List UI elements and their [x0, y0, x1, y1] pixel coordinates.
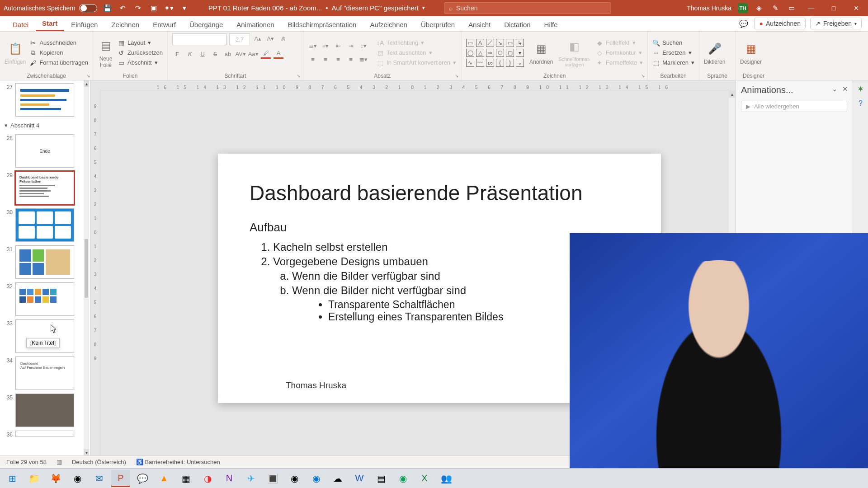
underline-button[interactable]: U: [198, 49, 208, 59]
copy-button[interactable]: ⧉Kopieren: [29, 49, 88, 56]
shape-fill-button[interactable]: ◆Fülleffekt ▾: [596, 39, 643, 47]
app-icon-2[interactable]: ▦: [176, 470, 195, 487]
record-button[interactable]: ●Aufzeichnen: [754, 18, 806, 29]
play-all-button[interactable]: ▶ Alle wiedergeben: [741, 101, 847, 112]
powerpoint-icon[interactable]: P: [111, 470, 130, 487]
tab-start[interactable]: Start: [36, 17, 64, 31]
thumb-30[interactable]: [15, 208, 74, 242]
layout-glyph-icon[interactable]: ▥: [57, 459, 62, 465]
shape-arrow-icon[interactable]: ↘: [496, 39, 504, 47]
shapes-expand-icon[interactable]: ⌄: [516, 59, 524, 67]
shape-rect2-icon[interactable]: ▭: [506, 39, 514, 47]
paste-button[interactable]: 📋 Einfügen: [5, 41, 26, 65]
minimize-button[interactable]: —: [803, 2, 819, 14]
start-button[interactable]: ⊞: [3, 470, 22, 487]
columns-button[interactable]: ≣▾: [359, 55, 368, 65]
vertical-ruler[interactable]: 9876543210123456789: [90, 90, 100, 455]
thumbs-scrollbar[interactable]: ▴ ▾: [84, 80, 89, 455]
reset-button[interactable]: ↺Zurücksetzen: [118, 49, 163, 56]
section-button[interactable]: ▭Abschnitt ▾: [118, 59, 163, 66]
tab-file[interactable]: Datei: [6, 18, 35, 31]
thumb-28[interactable]: Ende: [15, 134, 74, 168]
numbering-button[interactable]: ≡▾: [321, 41, 330, 51]
autosave-toggle[interactable]: [79, 4, 97, 12]
shape-hex-icon[interactable]: ⬡: [496, 49, 504, 57]
ribbon-display-icon[interactable]: ✎: [770, 3, 780, 13]
text-direction-button[interactable]: ↕ATextrichtung ▾: [377, 39, 456, 47]
window-layout-icon[interactable]: ▭: [787, 3, 797, 13]
editor-scroll-up-icon[interactable]: ▴: [729, 90, 735, 98]
from-beginning-icon[interactable]: ▣: [149, 3, 159, 13]
strike-button[interactable]: S̶: [210, 49, 220, 59]
quickaccess-more-icon[interactable]: ▾: [179, 3, 189, 13]
app-icon-6[interactable]: ☁: [328, 470, 347, 487]
telegram-icon[interactable]: ✈: [241, 470, 260, 487]
indent-button[interactable]: ⇥: [346, 41, 356, 51]
shape-brace2-icon[interactable]: }: [506, 59, 514, 67]
tab-animations[interactable]: Animationen: [230, 18, 280, 31]
font-name-input[interactable]: [172, 33, 226, 45]
tab-dictation[interactable]: Dictation: [498, 18, 537, 31]
pane-collapse-icon[interactable]: ⌄: [832, 85, 838, 93]
drawing-launcher-icon[interactable]: ↘: [641, 73, 645, 78]
new-slide-button[interactable]: ▤ Neue Folie: [98, 38, 114, 68]
coming-soon-icon[interactable]: ◈: [754, 3, 764, 13]
paragraph-launcher-icon[interactable]: ↘: [455, 73, 458, 78]
quickstyles-button[interactable]: ◧ Schnellformat- vorlagen: [558, 38, 590, 67]
thumb-27[interactable]: [15, 83, 74, 117]
font-size-input[interactable]: 2,7: [229, 33, 250, 45]
share-button[interactable]: ↗Freigeben▾: [810, 18, 862, 29]
tab-record[interactable]: Aufzeichnen: [363, 18, 414, 31]
scroll-up-icon[interactable]: ▴: [84, 80, 89, 87]
redo-icon[interactable]: ↷: [133, 3, 143, 13]
line-spacing-button[interactable]: ↕▾: [359, 41, 368, 51]
language-label[interactable]: Deutsch (Österreich): [72, 459, 126, 465]
designer-button[interactable]: ▦ Designer: [740, 41, 762, 65]
slide-title[interactable]: Dashboard basierende Präsentation: [250, 181, 629, 205]
shape-curve-icon[interactable]: ∿: [466, 59, 474, 67]
excel-icon[interactable]: X: [415, 470, 434, 487]
help-pane-icon[interactable]: ?: [859, 99, 863, 108]
decrease-font-icon[interactable]: A▾: [265, 33, 275, 43]
case-button[interactable]: Aa▾: [248, 49, 258, 59]
undo-icon[interactable]: ↶: [118, 3, 128, 13]
format-painter-button[interactable]: 🖌Format übertragen: [29, 59, 88, 66]
app-icon-1[interactable]: 💬: [133, 470, 152, 487]
shape-line-icon[interactable]: ／: [486, 39, 494, 47]
align-right-button[interactable]: ≡: [333, 55, 343, 65]
tab-slideshow[interactable]: Bildschirmpräsentation: [282, 18, 363, 31]
layout-button[interactable]: ▦Layout ▾: [118, 39, 163, 47]
spacing-button[interactable]: AV▾: [236, 49, 245, 59]
tab-design[interactable]: Entwurf: [146, 18, 182, 31]
word-icon[interactable]: W: [350, 470, 369, 487]
app-icon-3[interactable]: ◑: [198, 470, 217, 487]
scroll-down-icon[interactable]: ▾: [84, 449, 89, 455]
thumb-34[interactable]: DashboardAuf Fenchner Bauernregeln: [15, 357, 74, 390]
dictate-button[interactable]: 🎤 Diktieren: [704, 41, 725, 65]
increase-font-icon[interactable]: A▴: [253, 33, 263, 43]
app-icon-5[interactable]: ◉: [307, 470, 326, 487]
horizontal-ruler[interactable]: 16 15 14 13 12 11 10 9 8 7 6 5 4 3 2 1 0…: [100, 80, 729, 90]
shape-free-icon[interactable]: 〰: [476, 59, 484, 67]
save-icon[interactable]: 💾: [103, 3, 113, 13]
thumb-29[interactable]: Dashboard basierende Präsentation: [15, 171, 74, 205]
shape-brace-icon[interactable]: {: [496, 59, 504, 67]
onenote-icon[interactable]: N: [220, 470, 239, 487]
search-box[interactable]: ⌕ Suchen: [444, 2, 611, 14]
slide-counter[interactable]: Folie 29 von 58: [6, 459, 47, 465]
user-avatar[interactable]: TH: [738, 3, 748, 13]
font-launcher-icon[interactable]: ↘: [297, 73, 300, 78]
highlight-color-button[interactable]: 🖊: [261, 49, 271, 59]
thumb-35[interactable]: [15, 394, 74, 427]
find-button[interactable]: 🔍Suchen: [652, 39, 694, 47]
shadow-button[interactable]: ab: [223, 49, 233, 59]
clipboard-launcher-icon[interactable]: ↘: [86, 73, 90, 78]
touch-mode-icon[interactable]: ✦▾: [164, 3, 174, 13]
shape-effects-button[interactable]: ✦Formeffekte ▾: [596, 59, 643, 66]
arrange-button[interactable]: ▦ Anordnen: [529, 41, 553, 65]
justify-button[interactable]: ≡: [346, 55, 356, 65]
teams-icon[interactable]: 👥: [437, 470, 456, 487]
slide-subhead[interactable]: Aufbau: [250, 221, 629, 235]
font-color-button[interactable]: A: [274, 49, 283, 59]
app-icon-7[interactable]: ▤: [372, 470, 391, 487]
